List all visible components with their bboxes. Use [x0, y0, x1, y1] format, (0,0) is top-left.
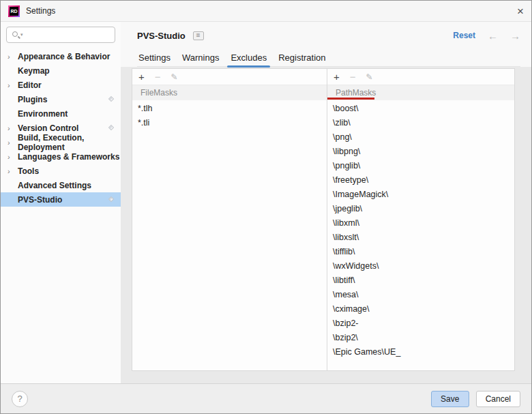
tab-warnings[interactable]: Warnings [181, 49, 220, 66]
filemasks-panel: + − ✎ FileMasks *.tlh*.tli [132, 69, 327, 370]
chevron-right-icon[interactable]: › [8, 167, 18, 175]
chevron-right-icon[interactable]: › [8, 81, 18, 89]
list-item[interactable]: \libxml\ [327, 216, 514, 231]
back-arrow-icon[interactable]: ← [488, 31, 498, 41]
list-item[interactable]: \libtiff\ [327, 273, 514, 288]
sidebar-item-label: Appearance & Behavior [18, 52, 110, 61]
footer-buttons: Save Cancel [431, 391, 520, 407]
pathmasks-toolbar: + − ✎ [327, 69, 514, 85]
search-options-caret-icon[interactable]: ▾ [20, 32, 23, 38]
chevron-right-icon[interactable]: › [8, 153, 18, 161]
list-item[interactable]: \mesa\ [327, 288, 514, 302]
list-item[interactable]: \boost\ [327, 102, 514, 116]
settings-tree: ›Appearance & BehaviorKeymap›EditorPlugi… [1, 49, 121, 207]
chevron-right-icon[interactable]: › [8, 138, 18, 147]
dialog-footer: ? Save Cancel [1, 383, 531, 413]
pathmasks-column-header: PathMasks [327, 85, 514, 100]
tab-excludes[interactable]: Excludes [229, 49, 268, 66]
pathmasks-panel: + − ✎ PathMasks \boost\\zlib\\png\\libpn… [327, 69, 514, 370]
list-item[interactable]: \ImageMagick\ [327, 188, 514, 202]
sidebar-item-label: Version Control [18, 123, 78, 133]
settings-dialog: RD Settings × ▾ ›Appearance & BehaviorKe… [0, 0, 532, 414]
window-title: Settings [26, 6, 55, 16]
add-icon[interactable]: + [334, 72, 340, 82]
list-item[interactable]: \pnglib\ [327, 159, 514, 173]
list-item[interactable]: \libpng\ [327, 145, 514, 159]
sidebar-item-label: Editor [18, 80, 42, 90]
help-icon: ? [17, 394, 22, 404]
list-item[interactable]: \zlib\ [327, 116, 514, 130]
red-underline-annotation [327, 98, 374, 100]
sidebar-item-editor[interactable]: ›Editor [1, 78, 121, 92]
sidebar-item-label: Environment [18, 109, 68, 119]
forward-arrow-icon[interactable]: → [510, 31, 520, 41]
sidebar-item-label: Advanced Settings [18, 181, 91, 190]
search-input[interactable]: ▾ [6, 27, 115, 43]
list-item[interactable]: *.tli [132, 116, 327, 130]
search-icon [12, 31, 20, 39]
main-content: PVS-Studio ≡ Reset ← → SettingsWarningsE… [121, 22, 531, 383]
edit-pencil-icon[interactable]: ✎ [171, 73, 178, 81]
title-bar: RD Settings × [1, 1, 531, 22]
cancel-button[interactable]: Cancel [476, 391, 520, 407]
settings-sidebar: ▾ ›Appearance & BehaviorKeymap›EditorPlu… [1, 22, 121, 383]
list-item[interactable]: \freetype\ [327, 173, 514, 188]
tab-registration[interactable]: Registration [277, 49, 327, 66]
help-button[interactable]: ? [12, 391, 28, 407]
save-button[interactable]: Save [431, 391, 469, 407]
remove-icon[interactable]: − [155, 72, 161, 82]
sidebar-item-label: Languages & Frameworks [18, 152, 119, 162]
modified-badge-icon [108, 196, 114, 202]
sidebar-item-label: Keymap [18, 66, 50, 76]
list-item[interactable]: \bzip2- [327, 316, 514, 331]
modified-badge-icon [108, 125, 114, 130]
sidebar-item-label: Tools [18, 166, 39, 176]
chevron-right-icon[interactable]: › [8, 124, 18, 132]
sidebar-item-pvs-studio[interactable]: PVS-Studio [1, 192, 121, 207]
rider-logo-icon: RD [8, 5, 20, 17]
close-icon[interactable]: × [517, 5, 524, 17]
options-menu-icon[interactable]: ≡ [193, 31, 204, 40]
filemasks-column-header: FileMasks [132, 85, 327, 100]
sidebar-item-appearance-behavior[interactable]: ›Appearance & Behavior [1, 49, 121, 63]
list-item[interactable]: \cximage\ [327, 302, 514, 316]
tab-settings[interactable]: Settings [137, 49, 172, 66]
list-item[interactable]: \libxslt\ [327, 231, 514, 245]
sidebar-item-label: PVS-Studio [18, 195, 62, 205]
sidebar-item-tools[interactable]: ›Tools [1, 164, 121, 178]
excludes-panels: + − ✎ FileMasks *.tlh*.tli + − ✎ PathMas… [132, 68, 515, 371]
list-item[interactable]: \png\ [327, 130, 514, 145]
pathmasks-list: \boost\\zlib\\png\\libpng\\pnglib\\freet… [327, 100, 514, 370]
sidebar-item-plugins[interactable]: Plugins [1, 92, 121, 106]
sidebar-item-environment[interactable]: Environment [1, 106, 121, 121]
sidebar-item-advanced-settings[interactable]: Advanced Settings [1, 178, 121, 192]
chevron-right-icon[interactable]: › [8, 53, 18, 61]
edit-pencil-icon[interactable]: ✎ [366, 73, 373, 81]
sidebar-item-build-execution-deployment[interactable]: ›Build, Execution, Deployment [1, 135, 121, 149]
sidebar-item-languages-frameworks[interactable]: ›Languages & Frameworks [1, 149, 121, 164]
sidebar-item-keymap[interactable]: Keymap [1, 63, 121, 78]
tab-bar: SettingsWarningsExcludesRegistration [137, 49, 520, 67]
list-item[interactable]: \Epic Games\UE_ [327, 345, 514, 359]
list-item[interactable]: \tifflib\ [327, 245, 514, 259]
list-item[interactable]: \wxWidgets\ [327, 259, 514, 273]
pathmasks-header-label: PathMasks [336, 88, 376, 98]
list-item[interactable]: *.tlh [132, 102, 327, 116]
filemasks-toolbar: + − ✎ [132, 69, 327, 85]
modified-badge-icon [108, 96, 114, 102]
remove-icon[interactable]: − [350, 72, 356, 82]
filemasks-list: *.tlh*.tli [132, 100, 327, 370]
page-header: PVS-Studio ≡ Reset ← → [137, 27, 520, 44]
sidebar-item-label: Plugins [18, 95, 47, 104]
list-item[interactable]: \bzip2\ [327, 331, 514, 345]
page-title: PVS-Studio [137, 31, 186, 41]
filemasks-header-label: FileMasks [141, 88, 177, 98]
add-icon[interactable]: + [138, 72, 145, 82]
list-item[interactable]: \jpeglib\ [327, 202, 514, 216]
reset-button[interactable]: Reset [453, 31, 475, 40]
